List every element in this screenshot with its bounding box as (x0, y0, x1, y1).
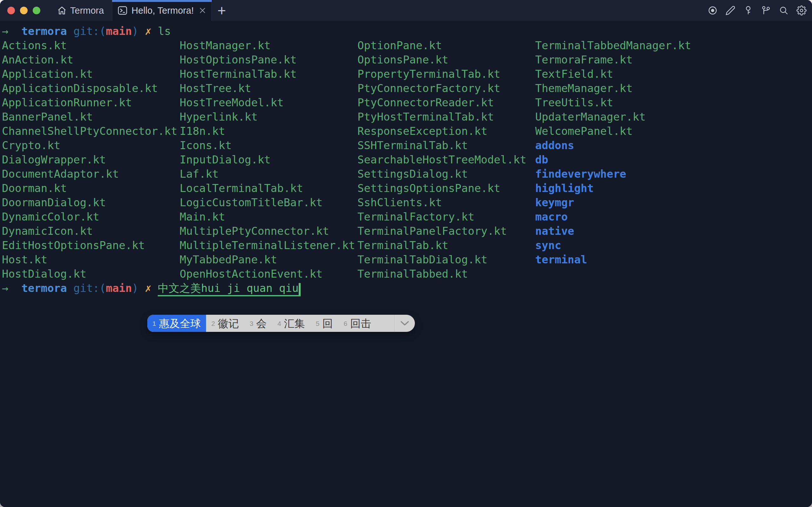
settings-gear-icon[interactable] (796, 5, 807, 16)
ls-entry-directory: findeverywhere (535, 167, 713, 181)
ls-entry-file: ThemeManager.kt (535, 81, 713, 96)
ls-entry-directory: db (535, 153, 713, 167)
app-window: Termora Hello, Termora! + (0, 0, 812, 507)
ls-entry-file: LocalTerminalTab.kt (180, 181, 358, 195)
titlebar-actions (707, 0, 812, 21)
ls-entry-file: TerminalPanelFactory.kt (358, 224, 535, 238)
ls-entry-directory: terminal (535, 252, 713, 267)
ls-entry-file: ChannelShellPtyConnector.kt (2, 124, 180, 138)
ls-entry-file: ApplicationRunner.kt (2, 96, 180, 110)
ls-entry-file: ResponseException.kt (358, 124, 535, 138)
ls-entry-file: SearchableHostTreeModel.kt (358, 153, 535, 167)
prompt-git-prefix: git:( (73, 282, 106, 294)
ls-entry-file: Host.kt (2, 252, 180, 267)
ime-candidate[interactable]: 2徽记 (206, 315, 245, 332)
ime-candidate[interactable]: 6回击 (338, 315, 376, 332)
ls-entry-directory: native (535, 224, 713, 238)
ls-entry-file: UpdaterManager.kt (535, 110, 713, 124)
ls-entry-file: DynamicIcon.kt (2, 224, 180, 238)
ime-candidate-number: 6 (343, 316, 347, 331)
ls-entry-file: AnAction.kt (2, 53, 180, 67)
ls-entry-file: BannerPanel.kt (2, 110, 180, 124)
ls-output: Actions.ktAnAction.ktApplication.ktAppli… (2, 38, 812, 281)
ls-entry-file: OptionsPane.kt (358, 53, 535, 67)
prompt-git-suffix: ) (132, 282, 145, 294)
ls-entry-file: LogicCustomTitleBar.kt (180, 195, 358, 210)
ls-entry-directory: addons (535, 138, 713, 153)
ls-entry-file: EditHostOptionsPane.kt (2, 238, 180, 252)
ime-candidate-selected[interactable]: 1惠及全球 (147, 315, 206, 332)
new-tab-button[interactable]: + (214, 0, 229, 21)
app-title: Termora (57, 0, 104, 21)
key-icon[interactable] (743, 5, 754, 16)
ls-entry-file: MultipleTerminalListener.kt (180, 238, 358, 252)
ls-entry-directory: keymgr (535, 195, 713, 210)
ls-column-3: OptionPane.ktOptionsPane.ktPropertyTermi… (358, 38, 535, 281)
ls-entry-file: HostTree.kt (180, 81, 358, 96)
titlebar: Termora Hello, Termora! + (0, 0, 812, 21)
terminal-screen[interactable]: → termora git:(main) ✗ ls Actions.ktAnAc… (0, 21, 812, 507)
prompt-status: ✗ (145, 25, 158, 38)
ls-column-1: Actions.ktAnAction.ktApplication.ktAppli… (2, 38, 180, 281)
ime-candidate-number: 3 (250, 316, 253, 331)
ls-entry-file: ApplicationDisposable.kt (2, 81, 180, 96)
ls-entry-file: SshClients.kt (358, 195, 535, 210)
terminal-tab-icon (117, 5, 128, 16)
ls-entry-file: MultiplePtyConnector.kt (180, 224, 358, 238)
ime-composition-text[interactable]: 中文之美hui ji quan qiu (158, 282, 301, 296)
ls-entry-file: TermoraFrame.kt (535, 53, 713, 67)
ls-entry-file: DoormanDialog.kt (2, 195, 180, 210)
ime-candidate-text: 汇集 (284, 316, 305, 331)
ls-entry-file: OpenHostActionEvent.kt (180, 267, 358, 281)
prompt-git-branch: main (106, 282, 132, 294)
ls-entry-file: InputDialog.kt (180, 153, 358, 167)
ls-entry-file: SSHTerminalTab.kt (358, 138, 535, 153)
ls-entry-file: Crypto.kt (2, 138, 180, 153)
ime-candidate[interactable]: 4汇集 (272, 315, 311, 332)
ls-column-2: HostManager.ktHostOptionsPane.ktHostTerm… (180, 38, 358, 281)
ls-column-4: TerminalTabbedManager.ktTermoraFrame.ktT… (535, 38, 713, 281)
ls-entry-file: HostManager.kt (180, 38, 358, 53)
ls-entry-file: WelcomePanel.kt (535, 124, 713, 138)
ls-entry-file: I18n.kt (180, 124, 358, 138)
ls-entry-file: PtyHostTerminalTab.kt (358, 110, 535, 124)
ls-entry-file: TerminalTabDialog.kt (358, 252, 535, 267)
prompt-user: termora (21, 282, 73, 294)
ls-entry-file: SettingsOptionsPane.kt (358, 181, 535, 195)
ls-entry-file: Hyperlink.kt (180, 110, 358, 124)
ls-entry-file: DynamicColor.kt (2, 210, 180, 224)
ls-entry-file: DocumentAdaptor.kt (2, 167, 180, 181)
ls-entry-file: HostTreeModel.kt (180, 96, 358, 110)
search-icon[interactable] (778, 5, 789, 16)
command-text: ls (158, 25, 171, 38)
prompt-arrow: → (2, 282, 21, 294)
ls-entry-file: MyTabbedPane.kt (180, 252, 358, 267)
edit-pencil-icon[interactable] (725, 5, 736, 16)
ls-entry-file: HostDialog.kt (2, 267, 180, 281)
tab-hello-termora[interactable]: Hello, Termora! (112, 0, 212, 21)
git-branch-icon[interactable] (761, 5, 771, 16)
text-cursor (299, 283, 301, 295)
ls-entry-file: TerminalTabbed.kt (358, 267, 535, 281)
ime-candidate-number: 5 (316, 316, 320, 331)
ime-candidate[interactable]: 3会 (244, 315, 272, 332)
ls-entry-directory: sync (535, 238, 713, 252)
chevron-down-icon[interactable] (394, 315, 415, 332)
ls-entry-file: Actions.kt (2, 38, 180, 53)
ime-candidate-number: 1 (152, 316, 156, 331)
ime-candidate-text: 回 (322, 316, 333, 331)
ls-entry-file: TerminalTabbedManager.kt (535, 38, 713, 53)
app-title-label: Termora (70, 5, 104, 16)
composition-text: 中文之美hui ji quan qiu (158, 282, 299, 294)
ime-candidate[interactable]: 5回 (311, 315, 338, 332)
ls-entry-directory: macro (535, 210, 713, 224)
close-window-button[interactable] (7, 7, 15, 14)
home-icon (57, 5, 67, 15)
ime-candidate-number: 4 (277, 316, 281, 331)
ls-entry-file: Icons.kt (180, 138, 358, 153)
tab-label: Hello, Termora! (131, 5, 194, 16)
record-icon[interactable] (707, 5, 718, 16)
tab-close-icon[interactable] (199, 6, 207, 15)
zoom-window-button[interactable] (33, 7, 40, 14)
minimize-window-button[interactable] (20, 7, 28, 14)
